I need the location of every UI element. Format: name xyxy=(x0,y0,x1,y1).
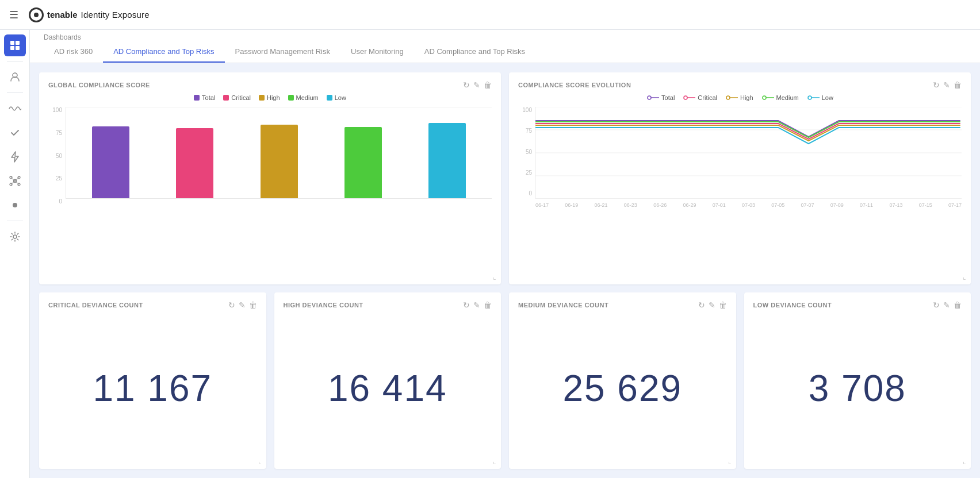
delete-icon-evolution[interactable]: 🗑 xyxy=(954,80,962,90)
legend-high: High xyxy=(259,94,280,101)
menu-icon[interactable]: ☰ xyxy=(9,9,18,21)
sidebar-divider-3 xyxy=(7,221,23,221)
sidebar xyxy=(0,30,30,478)
tab-ad-compliance-top-risks-2[interactable]: AD Compliance and Top Risks xyxy=(414,41,535,63)
evo-legend-line-critical xyxy=(683,95,695,100)
evo-legend-line-low xyxy=(807,95,820,100)
svg-point-22 xyxy=(763,96,766,99)
refresh-icon-evolution[interactable]: ↻ xyxy=(933,80,940,90)
check-icon xyxy=(10,128,20,138)
sidebar-item-lightning[interactable] xyxy=(4,146,26,168)
bar-high-rect xyxy=(261,125,298,198)
subnav: Dashboards AD risk 360 AD Compliance and… xyxy=(30,30,980,63)
edit-icon-critical[interactable]: ✎ xyxy=(239,300,246,310)
widget-actions-compliance: ↻ ✎ 🗑 xyxy=(463,80,492,90)
widget-corner-critical: ⌞ xyxy=(258,457,262,465)
topbar: ☰ tenable Identity Exposure xyxy=(0,0,980,30)
legend-dot-critical xyxy=(223,95,229,101)
sidebar-item-dashboard[interactable] xyxy=(4,34,26,56)
widget-compliance-evolution: COMPLIANCE SCORE EVOLUTION ↻ ✎ 🗑 Total xyxy=(509,72,971,284)
edit-icon-high[interactable]: ✎ xyxy=(473,300,480,310)
evolution-legend: Total Critical High Medium xyxy=(518,94,962,101)
bar-critical xyxy=(156,128,233,198)
svg-point-20 xyxy=(726,96,730,99)
legend-total: Total xyxy=(194,94,215,101)
deviance-row: CRITICAL DEVIANCE COUNT ↻ ✎ 🗑 11 167 ⌞ H… xyxy=(39,292,971,469)
sidebar-item-check[interactable] xyxy=(4,122,26,144)
bar-high xyxy=(240,125,317,198)
delete-icon-critical[interactable]: 🗑 xyxy=(249,300,257,310)
legend-dot-total xyxy=(194,95,200,101)
edit-icon-compliance[interactable]: ✎ xyxy=(473,80,480,90)
gridline-50 xyxy=(66,107,492,107)
sidebar-divider-2 xyxy=(7,92,23,93)
delete-icon-low[interactable]: 🗑 xyxy=(954,300,962,310)
bar-chart-yaxis: 100 75 50 25 0 xyxy=(48,107,64,205)
evo-legend-line-medium xyxy=(761,95,774,100)
svg-point-16 xyxy=(648,96,651,99)
card-title-critical: CRITICAL DEVIANCE COUNT xyxy=(48,302,143,309)
refresh-icon-critical[interactable]: ↻ xyxy=(228,300,235,310)
dot-icon xyxy=(13,203,17,207)
bar-total xyxy=(72,126,149,198)
delete-icon-medium[interactable]: 🗑 xyxy=(719,300,727,310)
card-header-critical: CRITICAL DEVIANCE COUNT ↻ ✎ 🗑 xyxy=(48,300,257,310)
legend-dot-low xyxy=(327,95,332,101)
logo: tenable Identity Exposure xyxy=(29,7,150,22)
card-actions-low: ↻ ✎ 🗑 xyxy=(933,300,962,310)
dashboard-icon xyxy=(9,40,21,51)
svg-rect-1 xyxy=(16,41,20,45)
card-actions-high: ↻ ✎ 🗑 xyxy=(463,300,492,310)
evo-legend-critical: Critical xyxy=(683,94,717,101)
legend-dot-medium xyxy=(288,95,294,101)
sidebar-item-dot[interactable] xyxy=(4,194,26,216)
widget-header-compliance: GLOBAL COMPLIANCE SCORE ↻ ✎ 🗑 xyxy=(48,80,492,90)
card-header-medium: MEDIUM DEVIANCE COUNT ↻ ✎ 🗑 xyxy=(518,300,727,310)
sidebar-item-wave[interactable] xyxy=(4,98,26,119)
edit-icon-evolution[interactable]: ✎ xyxy=(943,80,950,90)
card-high-deviance: HIGH DEVIANCE COUNT ↻ ✎ 🗑 16 414 ⌞ xyxy=(274,292,502,469)
delete-icon-compliance[interactable]: 🗑 xyxy=(484,80,492,90)
edit-icon-medium[interactable]: ✎ xyxy=(709,300,715,310)
sidebar-item-nodes[interactable] xyxy=(4,170,26,192)
main-layout: Dashboards AD risk 360 AD Compliance and… xyxy=(0,30,980,478)
svg-rect-3 xyxy=(16,46,20,50)
tab-user-monitoring[interactable]: User Monitoring xyxy=(340,41,414,63)
tab-password-management[interactable]: Password Management Risk xyxy=(225,41,340,63)
card-title-high: HIGH DEVIANCE COUNT xyxy=(284,302,363,309)
tab-ad-compliance-top-risks[interactable]: AD Compliance and Top Risks xyxy=(103,41,224,63)
content-area: Dashboards AD risk 360 AD Compliance and… xyxy=(30,30,980,478)
widget-global-compliance: GLOBAL COMPLIANCE SCORE ↻ ✎ 🗑 Total xyxy=(39,72,501,284)
breadcrumb: Dashboards xyxy=(30,30,980,41)
widget-corner-low: ⌞ xyxy=(963,457,966,465)
svg-rect-2 xyxy=(10,46,14,50)
refresh-icon-medium[interactable]: ↻ xyxy=(698,300,705,310)
legend-dot-high xyxy=(259,95,265,101)
bar-chart-inner xyxy=(66,107,492,199)
card-actions-critical: ↻ ✎ 🗑 xyxy=(228,300,257,310)
nodes-icon xyxy=(9,176,21,186)
high-deviance-value: 16 414 xyxy=(284,314,492,462)
edit-icon-low[interactable]: ✎ xyxy=(943,300,950,310)
logo-circle xyxy=(29,7,44,22)
card-title-low: LOW DEVIANCE COUNT xyxy=(753,302,832,309)
svg-point-24 xyxy=(808,96,811,99)
widget-header-evolution: COMPLIANCE SCORE EVOLUTION ↻ ✎ 🗑 xyxy=(518,80,962,90)
legend-low: Low xyxy=(327,94,346,101)
refresh-icon-low[interactable]: ↻ xyxy=(933,300,940,310)
delete-icon-high[interactable]: 🗑 xyxy=(484,300,492,310)
medium-deviance-value: 25 629 xyxy=(518,314,727,462)
widget-corner-compliance: ⌞ xyxy=(493,273,496,281)
lightning-icon xyxy=(10,151,20,163)
bar-low xyxy=(409,123,486,198)
subnav-tabs: AD risk 360 AD Compliance and Top Risks … xyxy=(30,41,980,63)
sidebar-item-settings[interactable] xyxy=(4,226,26,248)
sidebar-item-user[interactable] xyxy=(4,66,26,88)
svg-point-18 xyxy=(684,96,687,99)
card-medium-deviance: MEDIUM DEVIANCE COUNT ↻ ✎ 🗑 25 629 ⌞ xyxy=(509,292,736,469)
brand-tenable: tenable xyxy=(47,10,78,20)
evo-legend-high: High xyxy=(725,94,753,101)
tab-ad-risk-360[interactable]: AD risk 360 xyxy=(44,41,103,63)
refresh-icon-compliance[interactable]: ↻ xyxy=(463,80,470,90)
refresh-icon-high[interactable]: ↻ xyxy=(463,300,470,310)
